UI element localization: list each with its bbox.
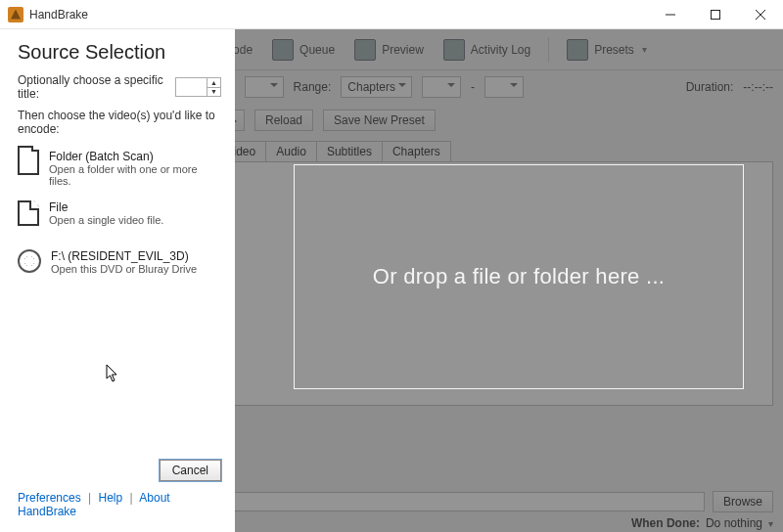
preferences-link[interactable]: Preferences (18, 491, 81, 505)
title-spinner-input[interactable] (175, 77, 207, 97)
drive-subtitle: Open this DVD or Bluray Drive (51, 263, 197, 275)
file-icon (18, 200, 39, 226)
file-subtitle: Open a single video file. (49, 214, 163, 226)
footer-links: Preferences | Help | About HandBrake (18, 485, 221, 526)
folder-subtitle: Open a folder with one or more files. (49, 163, 221, 187)
source-option-folder[interactable]: Folder (Batch Scan) Open a folder with o… (18, 146, 221, 197)
source-option-drive[interactable]: F:\ (RESIDENT_EVIL_3D) Open this DVD or … (18, 245, 221, 285)
title-spinner[interactable]: ▲ ▼ (175, 77, 221, 97)
spinner-up-icon[interactable]: ▲ (207, 78, 220, 87)
link-separator: | (130, 491, 133, 505)
window-buttons (648, 0, 783, 29)
source-selection-panel: Source Selection Optionally choose a spe… (0, 29, 235, 532)
link-separator: | (88, 491, 91, 505)
drop-zone-text: Or drop a file or folder here ... (373, 264, 665, 289)
cancel-label: Cancel (172, 464, 208, 477)
drive-title: F:\ (RESIDENT_EVIL_3D) (51, 249, 197, 263)
cursor-icon (106, 364, 119, 383)
disc-icon (18, 249, 41, 273)
maximize-button[interactable] (693, 0, 738, 29)
drop-zone[interactable]: Or drop a file or folder here ... (294, 164, 744, 389)
source-option-file[interactable]: File Open a single video file. (18, 197, 221, 236)
spinner-down-icon[interactable]: ▼ (207, 87, 220, 97)
specific-title-label: Optionally choose a specific title: (18, 73, 167, 101)
specific-title-row: Optionally choose a specific title: ▲ ▼ (18, 73, 221, 101)
titlebar: HandBrake (0, 0, 783, 29)
minimize-button[interactable] (648, 0, 693, 29)
help-label: Help (99, 491, 123, 505)
file-title: File (49, 200, 163, 214)
panel-heading: Source Selection (18, 41, 221, 64)
spinner-buttons: ▲ ▼ (207, 77, 221, 97)
then-choose-text: Then choose the video(s) you'd like to e… (18, 109, 221, 136)
help-link[interactable]: Help (99, 491, 123, 505)
preferences-label: Preferences (18, 491, 81, 505)
svg-rect-0 (712, 10, 720, 19)
window-title: HandBrake (29, 8, 88, 22)
close-button[interactable] (738, 0, 783, 29)
cancel-button[interactable]: Cancel (160, 460, 221, 481)
folder-title: Folder (Batch Scan) (49, 150, 221, 163)
folder-icon (18, 150, 39, 175)
app-icon (8, 7, 23, 22)
